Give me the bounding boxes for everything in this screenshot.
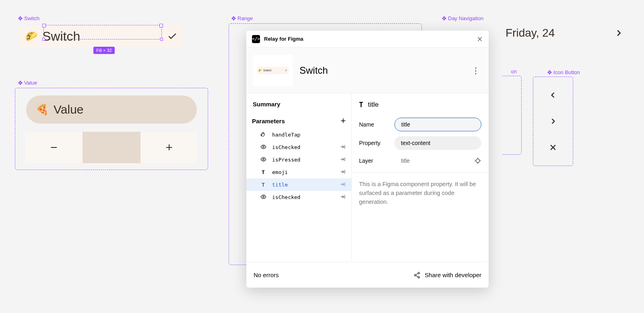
relay-popup: </> Relay for Figma 🌮Switch✓ Switch ⋮ Su… xyxy=(246,31,489,288)
share-button[interactable]: Share with developer xyxy=(413,272,481,279)
popup-left-panel: Summary Parameters + handleTapisCheckedi… xyxy=(246,93,352,262)
chevron-right-icon[interactable] xyxy=(549,117,557,125)
component-icon xyxy=(231,16,236,21)
close-icon[interactable] xyxy=(477,36,483,42)
popup-right-panel: T title Name Property text-content Layer… xyxy=(352,93,489,262)
component-label-daynav[interactable]: Day Navigation xyxy=(442,15,483,21)
component-label-value[interactable]: Value xyxy=(18,80,37,86)
component-icon xyxy=(18,16,23,21)
parameter-description: This is a Figma component property. It w… xyxy=(352,172,489,206)
component-label-text: Switch xyxy=(24,15,39,21)
property-value: text-content xyxy=(401,140,430,146)
param-arrow-icon xyxy=(340,144,346,151)
component-thumbnail: 🌮Switch✓ xyxy=(253,55,293,86)
popup-footer: No errors Share with developer xyxy=(246,262,489,288)
chevron-left-icon[interactable] xyxy=(549,91,557,99)
chevron-right-icon[interactable] xyxy=(614,29,623,37)
param-name: isPressed xyxy=(272,157,334,163)
property-select[interactable]: text-content xyxy=(394,136,481,150)
stepper-minus[interactable]: − xyxy=(25,132,83,163)
name-label: Name xyxy=(359,121,394,128)
component-label-iconbtn[interactable]: Icon Button xyxy=(547,69,580,75)
text-icon: T xyxy=(359,101,363,109)
switch-component[interactable]: 🌮 Switch xyxy=(18,24,182,48)
add-parameter-button[interactable]: + xyxy=(341,116,346,126)
parameter-heading: title xyxy=(368,101,378,109)
param-type-icon: T xyxy=(260,182,266,188)
svg-point-5 xyxy=(262,158,264,160)
svg-point-4 xyxy=(262,146,264,147)
param-name: title xyxy=(272,182,334,188)
property-label: Property xyxy=(359,140,394,146)
param-type-icon xyxy=(260,194,266,201)
popup-title: Relay for Figma xyxy=(264,36,303,42)
close-icon[interactable] xyxy=(549,143,557,151)
component-name: Switch xyxy=(299,65,328,76)
param-arrow-icon xyxy=(340,181,346,189)
name-input[interactable] xyxy=(394,118,481,131)
component-icon xyxy=(547,70,552,75)
param-row-isPressed[interactable]: isPressed xyxy=(246,153,351,166)
param-type-icon: T xyxy=(260,169,266,175)
param-name: emoji xyxy=(272,169,334,175)
component-label-text: Icon Button xyxy=(553,69,580,75)
stepper-display xyxy=(83,132,140,163)
component-label-truncated[interactable]: on xyxy=(511,68,517,75)
param-arrow-icon xyxy=(340,194,346,201)
param-arrow-icon xyxy=(340,156,346,164)
svg-point-7 xyxy=(476,159,480,163)
param-arrow-icon xyxy=(340,169,346,176)
popup-titlebar: </> Relay for Figma xyxy=(246,31,489,48)
switch-emoji: 🌮 xyxy=(25,31,37,42)
component-icon xyxy=(18,81,23,85)
component-label-range[interactable]: Range xyxy=(231,15,253,21)
component-label-text: Day Navigation xyxy=(448,15,483,21)
switch-title: Switch xyxy=(42,29,80,44)
component-label-text: on xyxy=(511,68,517,75)
layer-value: title xyxy=(394,158,474,164)
param-row-handleTap[interactable]: handleTap xyxy=(246,129,351,141)
summary-heading[interactable]: Summary xyxy=(246,101,351,113)
truncated-component[interactable] xyxy=(502,76,522,155)
share-label: Share with developer xyxy=(425,272,481,278)
share-icon xyxy=(413,272,421,279)
size-badge: Fill × 32 xyxy=(93,47,115,54)
param-row-isChecked[interactable]: isChecked xyxy=(246,191,351,203)
iconbtn-component[interactable] xyxy=(533,77,573,166)
svg-line-16 xyxy=(416,275,418,277)
component-label-switch[interactable]: Switch xyxy=(18,15,39,21)
param-row-emoji[interactable]: Temoji xyxy=(246,166,351,178)
component-icon xyxy=(442,16,446,21)
param-type-icon xyxy=(260,131,266,138)
value-stepper: − + xyxy=(25,132,198,163)
svg-line-15 xyxy=(416,273,418,275)
daynav-date: Friday, 24 xyxy=(506,27,555,39)
param-name: isChecked xyxy=(272,194,334,200)
param-type-icon xyxy=(260,144,266,151)
value-emoji: 🍕 xyxy=(36,104,49,116)
stepper-plus[interactable]: + xyxy=(140,132,198,163)
param-row-isChecked[interactable]: isChecked xyxy=(246,141,351,153)
parameters-heading: Parameters + xyxy=(246,113,351,129)
relay-logo-icon: </> xyxy=(252,35,260,43)
param-row-title[interactable]: Ttitle xyxy=(246,178,351,191)
value-component[interactable]: 🍕 Value − + xyxy=(15,88,208,170)
parameter-title-row: T title xyxy=(359,101,481,109)
param-type-icon xyxy=(260,156,266,164)
param-name: isChecked xyxy=(272,144,334,150)
check-icon xyxy=(167,31,178,41)
value-chip: 🍕 Value xyxy=(26,95,197,124)
component-label-text: Value xyxy=(24,80,37,86)
param-name: handleTap xyxy=(272,132,346,138)
target-icon[interactable] xyxy=(474,157,481,164)
layer-label: Layer xyxy=(359,158,394,164)
error-status[interactable]: No errors xyxy=(254,272,279,278)
svg-point-6 xyxy=(262,196,264,197)
parameters-label: Parameters xyxy=(252,118,285,124)
value-text: Value xyxy=(54,103,84,116)
popup-header: 🌮Switch✓ Switch ⋮ xyxy=(246,48,489,93)
component-label-text: Range xyxy=(237,15,253,21)
more-menu-icon[interactable]: ⋮ xyxy=(469,66,482,75)
